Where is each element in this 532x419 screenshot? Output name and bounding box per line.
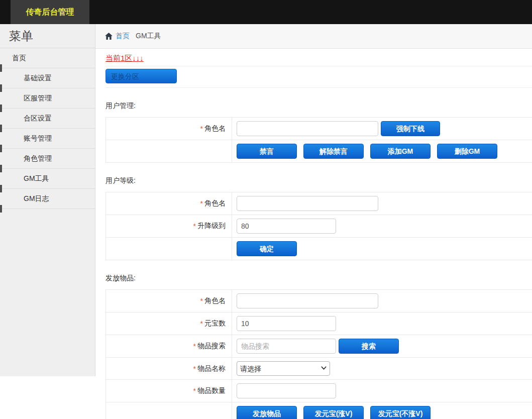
mute-button[interactable]: 禁言 <box>237 144 297 159</box>
breadcrumb-home-link[interactable]: 首页 <box>116 32 130 41</box>
zone-notice-row: 当前1区↓↓↓ <box>105 49 532 66</box>
table-cell <box>232 215 532 237</box>
sidebar-item-basic-settings[interactable]: 基础设置 <box>0 68 95 88</box>
section-user-level: 用户等级: * 角色名 * 升降级到 <box>105 176 532 260</box>
table-cell: 强制下线 <box>232 118 532 140</box>
table-cell: 搜索 <box>232 335 532 357</box>
item-name-select[interactable]: 请选择 <box>237 361 330 376</box>
give-yuanbao-up-v-button[interactable]: 发元宝(涨V) <box>303 406 364 419</box>
user-manage-title: 用户管理: <box>105 101 532 111</box>
confirm-button[interactable]: 确定 <box>237 241 297 256</box>
main-content: 首页 GM工具 当前1区↓↓↓ 更换分区 用户管理: * 角色名 强制下线 <box>95 24 532 419</box>
user-level-title: 用户等级: <box>105 176 532 185</box>
unmute-button[interactable]: 解除禁言 <box>303 144 364 159</box>
table-row: 确定 <box>106 238 532 260</box>
role-name-label-text: 角色名 <box>204 296 226 305</box>
level-target-input[interactable] <box>237 219 336 234</box>
table-row: * 物品名称 请选择 <box>106 358 532 380</box>
sidebar-item-merge-settings[interactable]: 合区设置 <box>0 109 95 129</box>
force-offline-button[interactable]: 强制下线 <box>381 121 440 136</box>
empty-label-cell <box>106 140 232 162</box>
sidebar-item-gm-logs[interactable]: GM日志 <box>0 189 95 209</box>
empty-label-cell <box>106 238 232 260</box>
user-level-table: * 角色名 * 升降级到 <box>105 192 532 260</box>
table-cell <box>232 312 532 335</box>
table-row: * 升降级到 <box>106 215 532 238</box>
item-name-label: * 物品名称 <box>106 358 232 379</box>
breadcrumb-current: GM工具 <box>136 32 161 41</box>
table-row: * 角色名 强制下线 <box>106 118 532 140</box>
sidebar-title: 菜单 <box>0 24 95 48</box>
level-target-label: * 升降级到 <box>106 215 232 237</box>
section-user-manage: 用户管理: * 角色名 强制下线 禁言 解除禁言 <box>105 101 532 163</box>
table-cell: 请选择 <box>232 358 532 379</box>
sidebar-item-gm-tools[interactable]: GM工具 <box>0 169 95 189</box>
breadcrumb: 首页 GM工具 <box>95 24 532 49</box>
table-row: * 角色名 <box>106 192 532 215</box>
item-search-input[interactable] <box>237 339 336 354</box>
table-cell <box>232 192 532 215</box>
required-mark: * <box>193 222 196 230</box>
yuanbao-count-input[interactable] <box>237 316 336 331</box>
table-cell <box>232 290 532 312</box>
required-mark: * <box>193 365 196 373</box>
yuanbao-count-label: * 元宝数 <box>106 312 232 335</box>
item-search-label-text: 物品搜索 <box>197 342 226 351</box>
table-row: 禁言 解除禁言 添加GM 删除GM <box>106 140 532 163</box>
sidebar-item-account-manage[interactable]: 账号管理 <box>0 129 95 149</box>
required-mark: * <box>193 342 196 350</box>
required-mark: * <box>193 387 196 395</box>
table-cell: 发放物品 发元宝(涨V) 发元宝(不涨V) <box>232 402 532 419</box>
item-search-label: * 物品搜索 <box>106 335 232 357</box>
sidebar: 菜单 首页 基础设置 区服管理 合区设置 账号管理 角色管理 GM工具 GM日志 <box>0 24 95 376</box>
required-mark: * <box>200 320 203 328</box>
topbar: 传奇后台管理 <box>0 0 532 24</box>
home-icon <box>105 33 113 40</box>
user-level-role-input[interactable] <box>237 196 378 211</box>
item-count-label-text: 物品数量 <box>197 386 226 395</box>
table-row: 发放物品 发元宝(涨V) 发元宝(不涨V) <box>106 402 532 419</box>
page-body: 当前1区↓↓↓ 更换分区 用户管理: * 角色名 强制下线 <box>95 49 532 419</box>
give-items-role-input[interactable] <box>237 293 378 308</box>
level-target-label-text: 升降级到 <box>197 222 226 231</box>
required-mark: * <box>200 125 203 133</box>
sidebar-item-server-manage[interactable]: 区服管理 <box>0 88 95 109</box>
required-mark: * <box>200 199 203 207</box>
sidebar-menu: 首页 基础设置 区服管理 合区设置 账号管理 角色管理 GM工具 GM日志 <box>0 48 95 209</box>
sidebar-item-home[interactable]: 首页 <box>0 48 95 68</box>
user-manage-table: * 角色名 强制下线 禁言 解除禁言 添加GM 删除GM <box>105 117 532 163</box>
table-row: * 元宝数 <box>106 312 532 335</box>
item-name-label-text: 物品名称 <box>197 364 226 373</box>
sidebar-item-role-manage[interactable]: 角色管理 <box>0 149 95 169</box>
item-name-select-wrap: 请选择 <box>237 361 330 376</box>
required-mark: * <box>200 297 203 305</box>
yuanbao-count-label-text: 元宝数 <box>204 319 226 328</box>
role-name-label: * 角色名 <box>106 290 232 312</box>
app-title: 传奇后台管理 <box>11 0 89 24</box>
zone-switch-row: 更换分区 <box>105 66 532 88</box>
change-zone-select[interactable]: 更换分区 <box>105 69 177 83</box>
give-item-button[interactable]: 发放物品 <box>237 406 297 419</box>
table-cell: 禁言 解除禁言 添加GM 删除GM <box>232 140 532 162</box>
add-gm-button[interactable]: 添加GM <box>370 144 431 159</box>
empty-label-cell <box>106 402 232 419</box>
search-button[interactable]: 搜索 <box>339 339 399 354</box>
table-cell: 确定 <box>232 238 532 260</box>
section-give-items: 发放物品: * 角色名 * 元宝数 <box>105 274 532 419</box>
give-yuanbao-no-v-button[interactable]: 发元宝(不涨V) <box>370 406 431 419</box>
role-name-label: * 角色名 <box>106 118 232 140</box>
give-items-title: 发放物品: <box>105 274 532 283</box>
role-name-label: * 角色名 <box>106 192 232 215</box>
give-items-table: * 角色名 * 元宝数 <box>105 289 532 419</box>
table-cell <box>232 380 532 402</box>
item-count-label: * 物品数量 <box>106 380 232 402</box>
table-row: * 物品搜索 搜索 <box>106 335 532 358</box>
table-row: * 物品数量 <box>106 380 532 402</box>
current-zone-notice: 当前1区↓↓↓ <box>105 54 144 62</box>
role-name-label-text: 角色名 <box>204 124 226 133</box>
item-count-input[interactable] <box>237 383 336 398</box>
table-row: * 角色名 <box>106 290 532 312</box>
remove-gm-button[interactable]: 删除GM <box>437 144 497 159</box>
user-manage-role-input[interactable] <box>237 121 378 136</box>
role-name-label-text: 角色名 <box>204 199 226 208</box>
